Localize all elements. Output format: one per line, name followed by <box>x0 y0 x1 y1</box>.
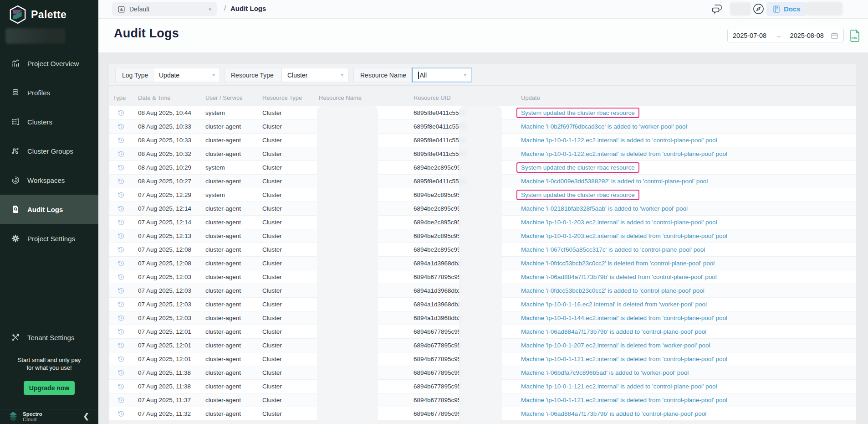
filter-resource-type: Resource Type Cluster ▾ <box>224 68 348 82</box>
project-selector[interactable]: Default ▾ <box>112 2 217 16</box>
cell-user-service: cluster-agent <box>205 393 241 407</box>
history-icon <box>117 366 125 379</box>
cell-update[interactable]: System updated the cluster rbac resource <box>521 161 639 174</box>
cell-update[interactable]: Machine 'ip-10-0-1-121.ec2.internal' is … <box>521 393 727 407</box>
date-to: 2025-08-08 <box>790 32 824 39</box>
history-icon <box>117 243 125 256</box>
log-type-select[interactable]: Update ▾ <box>153 68 220 82</box>
divider <box>109 85 856 86</box>
audit-logs-page: Palette Project Overview Profiles <box>0 0 868 424</box>
cell-update[interactable]: Machine 'i-0fdcc53bcb23c0cc2' is deleted… <box>521 257 715 270</box>
docs-button[interactable]: Docs <box>766 2 807 16</box>
cell-resource-uid: 6894b677895c95 <box>414 325 461 338</box>
date-from: 2025-07-08 <box>733 32 766 39</box>
sidebar-collapse-chevron[interactable]: ❮ <box>83 412 89 420</box>
cell-user-service: cluster-agent <box>205 311 241 325</box>
cell-resource-uid: 6894b677895c95 <box>414 339 461 352</box>
history-icon <box>117 120 125 133</box>
cell-resource-uid: 6894be2c895c95 <box>414 188 461 202</box>
column-header-resource-uid: Resource UID <box>414 94 451 101</box>
cell-resource-uid: 6895f8e0411c5559 <box>414 134 466 147</box>
date-range-picker[interactable]: 2025-07-08 → 2025-08-08 <box>727 29 844 42</box>
upsell-line-1: Start small and only pay <box>0 356 98 364</box>
cell-resource-uid: 6894a1d3968db2 <box>414 298 461 311</box>
resource-name-select[interactable]: All ▾ <box>412 68 471 82</box>
cell-update[interactable]: Machine 'ip-10-0-1-122.ec2.internal' is … <box>521 134 717 147</box>
cell-update[interactable]: Machine 'i-0b2f697f6dbcad3ce' is added t… <box>521 120 687 133</box>
cell-datetime: 07 Aug 2025, 12:01 <box>138 339 191 352</box>
upgrade-now-button[interactable]: Upgrade now <box>24 381 75 395</box>
cell-resource-type: Cluster <box>262 311 282 325</box>
cell-update[interactable]: Machine 'ip-10-0-1-203.ec2.internal' is … <box>521 229 727 243</box>
chevron-down-icon: ▾ <box>464 72 466 78</box>
filter-resource-name: Resource Name All ▾ <box>353 68 471 82</box>
export-csv-button[interactable]: csv <box>849 29 861 42</box>
history-icon <box>117 161 125 174</box>
cell-datetime: 07 Aug 2025, 11:37 <box>138 393 191 407</box>
cell-update[interactable]: Machine 'i-067cf605a85cc317c' is added t… <box>521 243 705 256</box>
compass-icon[interactable] <box>752 3 765 15</box>
page-title: Audit Logs <box>114 26 179 41</box>
cell-update[interactable]: Machine 'ip-10-0-1-121.ec2.internal' is … <box>521 352 727 366</box>
spectro-cloud-wordmark: Spectro Cloud <box>23 411 42 422</box>
cell-datetime: 07 Aug 2025, 11:38 <box>138 366 191 379</box>
cell-resource-type: Cluster <box>262 188 282 202</box>
cell-update[interactable]: Machine 'i-02181bfab328f5aab' is added t… <box>521 202 688 215</box>
sidebar-item-workspaces[interactable]: Workspaces <box>0 165 98 195</box>
cell-user-service: cluster-agent <box>205 339 241 352</box>
sidebar-item-project-settings[interactable]: Project Settings <box>0 224 98 253</box>
cell-update[interactable]: System updated the cluster rbac resource <box>521 106 639 119</box>
cell-update[interactable]: Machine 'i-06ad884a7f173b79b' is deleted… <box>521 270 717 284</box>
gear-icon <box>11 234 20 243</box>
cell-resource-type: Cluster <box>262 352 282 366</box>
chat-icon[interactable] <box>712 4 725 15</box>
cell-update[interactable]: Machine 'ip-10-0-1-203.ec2.internal' is … <box>521 216 717 229</box>
cell-update[interactable]: Machine 'ip-10-0-1-16.ec2.internal' is d… <box>521 298 707 311</box>
upsell-message: Start small and only pay for what you us… <box>0 356 98 372</box>
sidebar-item-label: Workspaces <box>27 176 65 184</box>
docs-label: Docs <box>784 5 801 13</box>
cell-update[interactable]: Machine 'ip-10-0-1-122.ec2.internal' is … <box>521 147 727 160</box>
highlighted-update-box: System updated the cluster rbac resource <box>516 162 639 173</box>
page-header: Audit Logs 2025-07-08 → 2025-08-08 csv <box>98 19 868 52</box>
cell-resource-type: Cluster <box>262 175 282 188</box>
cell-update[interactable]: Machine 'ip-10-0-1-144.ec2.internal' is … <box>521 311 727 325</box>
cell-datetime: 08 Aug 2025, 10:33 <box>138 120 191 133</box>
redacted-resource-name-column <box>317 106 378 424</box>
sidebar-item-audit-logs[interactable]: Audit Logs <box>0 195 98 224</box>
cell-update[interactable]: Machine 'i-06ad884a7f173b79b' is added t… <box>521 407 706 420</box>
cell-resource-type: Cluster <box>262 243 282 256</box>
cell-update[interactable]: System updated the cluster rbac resource <box>521 188 639 202</box>
cell-update[interactable]: Machine 'i-06ad884a7f173b79b' is added t… <box>521 325 706 338</box>
cell-user-service: cluster-agent <box>205 325 241 338</box>
resource-name-label: Resource Name <box>353 68 412 82</box>
cell-resource-uid: 6894be2c895c95 <box>414 161 461 174</box>
content-area: Log Type Update ▾ Resource Type Cluster … <box>98 52 868 424</box>
resource-type-select[interactable]: Cluster ▾ <box>281 68 348 82</box>
sidebar-item-clusters[interactable]: Clusters <box>0 107 98 136</box>
sidebar-item-label: Project Overview <box>27 60 79 67</box>
cell-resource-uid: 6894b677895c95 <box>414 366 461 379</box>
cell-update[interactable]: Machine 'ip-10-0-1-207.ec2.internal' is … <box>521 339 710 352</box>
cell-update[interactable]: Machine 'i-06bdfa7c9c896b5ad' is added t… <box>521 366 689 379</box>
cell-datetime: 08 Aug 2025, 10:44 <box>138 106 191 119</box>
cell-datetime: 08 Aug 2025, 10:27 <box>138 175 191 188</box>
sidebar-item-cluster-groups[interactable]: Cluster Groups <box>0 136 98 165</box>
cell-update[interactable]: Machine 'i-0cd009e3dd5388292' is added t… <box>521 175 708 188</box>
log-type-label: Log Type <box>115 68 153 82</box>
highlighted-update-box: System updated the cluster rbac resource <box>516 190 639 200</box>
history-icon <box>117 106 125 119</box>
sidebar-item-profiles[interactable]: Profiles <box>0 78 98 107</box>
cell-datetime: 08 Aug 2025, 10:33 <box>138 134 191 147</box>
cell-user-service: cluster-agent <box>205 366 241 379</box>
sidebar-nav: Project Overview Profiles Cluste <box>0 49 98 253</box>
cell-update[interactable]: Machine 'i-0fdcc53bcb23c0cc2' is added t… <box>521 284 705 297</box>
history-icon <box>117 380 125 393</box>
sidebar-item-project-overview[interactable]: Project Overview <box>0 49 98 78</box>
column-header-resource-name: Resource Name <box>319 94 362 101</box>
cell-user-service: cluster-agent <box>205 147 241 160</box>
breadcrumb-current: Audit Logs <box>230 5 266 12</box>
book-icon <box>772 5 781 13</box>
sidebar-item-tenant-settings[interactable]: Tenant Settings <box>0 323 98 352</box>
cell-update[interactable]: Machine 'ip-10-0-1-121.ec2.internal' is … <box>521 380 717 393</box>
